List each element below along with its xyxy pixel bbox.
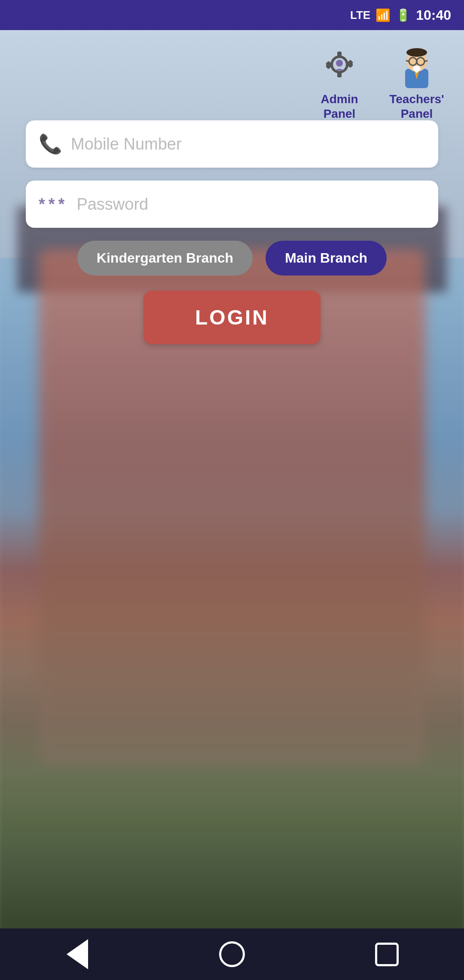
login-button[interactable]: LOGIN	[143, 291, 321, 344]
recent-apps-icon	[375, 943, 399, 966]
status-bar: LTE 📶 🔋 10:40	[0, 0, 464, 30]
admin-panel-icon	[314, 39, 365, 90]
svg-point-13	[406, 48, 427, 57]
top-navigation: Admin Panel	[305, 39, 451, 121]
password-icon: ***	[39, 195, 68, 214]
kindergarten-branch-button[interactable]: Kindergarten Branch	[77, 241, 253, 276]
login-button-wrapper: LOGIN	[26, 291, 438, 344]
svg-point-9	[336, 60, 343, 67]
teachers-panel-button[interactable]: Teachers' Panel	[382, 39, 451, 121]
battery-icon: 🔋	[396, 8, 411, 22]
signal-icon: 📶	[375, 8, 391, 22]
password-input-wrapper: ***	[26, 181, 438, 228]
recent-apps-button[interactable]	[369, 937, 404, 971]
login-form: 📞 *** Kindergarten Branch Main Branch LO…	[26, 120, 438, 344]
bottom-navigation	[0, 928, 464, 980]
home-button[interactable]	[215, 937, 249, 971]
lte-icon: LTE	[350, 9, 370, 22]
teachers-panel-icon	[391, 39, 443, 90]
back-button[interactable]	[60, 937, 95, 971]
admin-panel-label: Admin Panel	[321, 92, 358, 121]
admin-panel-button[interactable]: Admin Panel	[305, 39, 374, 121]
main-branch-button[interactable]: Main Branch	[266, 241, 387, 276]
teachers-panel-label: Teachers' Panel	[389, 92, 444, 121]
svg-line-17	[406, 61, 409, 61]
svg-rect-2	[337, 71, 342, 77]
home-icon	[219, 941, 245, 967]
back-icon	[67, 939, 88, 969]
svg-line-18	[424, 61, 427, 61]
status-icons: LTE 📶 🔋 10:40	[350, 7, 451, 23]
mobile-input[interactable]	[71, 135, 425, 153]
svg-rect-1	[337, 52, 342, 58]
mobile-input-wrapper: 📞	[26, 120, 438, 168]
phone-icon: 📞	[39, 133, 62, 155]
password-input[interactable]	[76, 195, 425, 214]
status-time: 10:40	[416, 7, 451, 23]
branch-selector: Kindergarten Branch Main Branch	[26, 241, 438, 276]
